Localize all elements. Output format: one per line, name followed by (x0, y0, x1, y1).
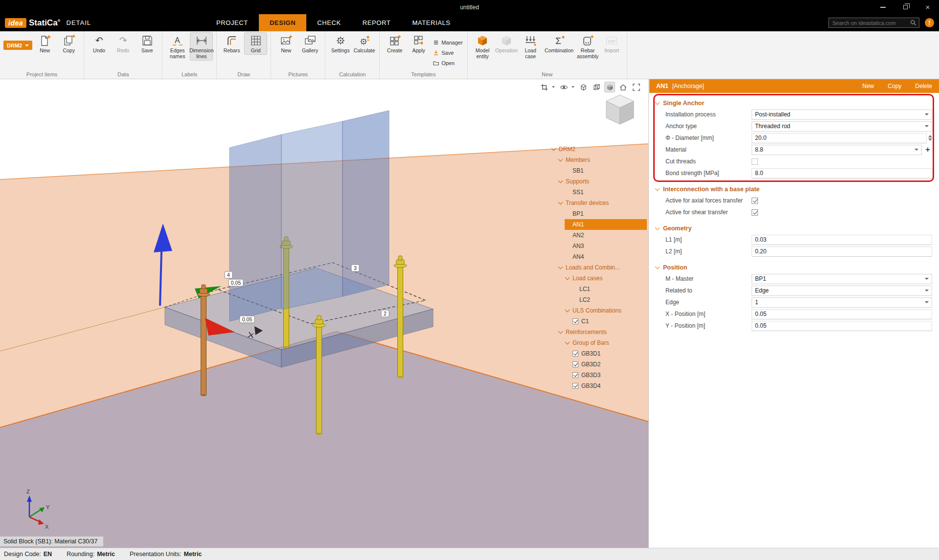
tab-report[interactable]: REPORT (352, 14, 402, 31)
new-picture-button[interactable]: New (275, 32, 298, 55)
tab-project[interactable]: PROJECT (206, 14, 259, 31)
tab-design[interactable]: DESIGN (259, 14, 306, 31)
axonometry-view-button[interactable] (578, 82, 589, 92)
tab-check[interactable]: CHECK (306, 14, 352, 31)
axial-transfer-checkbox[interactable] (752, 198, 758, 204)
tree-item-members[interactable]: Members (551, 155, 647, 165)
tree-item-group-of-bars[interactable]: Group of Bars (551, 337, 647, 348)
gallery-button[interactable]: Gallery (298, 32, 321, 55)
checkbox-checked[interactable] (573, 383, 578, 389)
section-geometry[interactable]: Geometry (649, 223, 939, 234)
edges-names-button[interactable]: A Edges names (166, 32, 189, 61)
undo-button[interactable]: ↶ Undo (88, 32, 111, 55)
redo-button[interactable]: ↷ Redo (112, 32, 135, 55)
panel-copy-button[interactable]: Copy (888, 83, 901, 90)
settings-button[interactable]: Settings (329, 32, 352, 55)
x-position-input[interactable] (752, 309, 932, 319)
maximize-button[interactable] (894, 0, 916, 14)
rebars-button[interactable]: Rebars (220, 32, 243, 55)
diameter-input[interactable] (752, 133, 927, 143)
search-input[interactable] (831, 20, 910, 26)
tree-item-an1-selected[interactable]: AN1 (565, 219, 647, 230)
grid-button[interactable]: Grid (244, 32, 267, 55)
tree-item-gb3d3[interactable]: GB3D3 (551, 370, 647, 381)
section-position[interactable]: Position (649, 262, 939, 273)
master-dropdown[interactable]: BP1 (752, 274, 932, 284)
tree-item-lc1[interactable]: LC1 (551, 284, 647, 294)
spinner-up-icon[interactable] (928, 135, 932, 137)
tree-item-ss1[interactable]: SS1 (551, 187, 647, 198)
panel-new-button[interactable]: New (862, 83, 874, 90)
copy-project-item-button[interactable]: Copy (57, 32, 80, 55)
dxf-import-button[interactable]: DXF Import (600, 32, 623, 55)
add-material-button[interactable]: + (923, 145, 932, 154)
minimize-button[interactable] (871, 0, 894, 14)
combination-button[interactable]: Σ Combination (543, 32, 575, 55)
related-to-dropdown[interactable]: Edge (752, 286, 932, 296)
section-interconnection[interactable]: Interconnection with a base plate (649, 184, 939, 195)
wireframe-view-button[interactable] (591, 82, 602, 92)
installation-process-dropdown[interactable]: Post-installed (752, 110, 932, 120)
checkbox-checked[interactable] (573, 318, 578, 324)
shear-transfer-checkbox[interactable] (752, 209, 758, 216)
tree-item-an3[interactable]: AN3 (551, 241, 647, 251)
shaded-view-button[interactable] (604, 82, 615, 92)
tree-item-transfer-devices[interactable]: Transfer devices (551, 198, 647, 208)
tree-item-an2[interactable]: AN2 (551, 230, 647, 241)
tab-materials[interactable]: MATERIALS (401, 14, 461, 31)
checkbox-checked[interactable] (573, 372, 578, 378)
close-button[interactable]: × (916, 0, 939, 14)
tree-item-reinforcements[interactable]: Reinforcements (551, 327, 647, 337)
operation-button[interactable]: Operation (495, 32, 518, 55)
tree-item-c1[interactable]: C1 (551, 316, 647, 327)
chevron-down-icon[interactable] (572, 86, 574, 88)
steel-column[interactable] (229, 111, 389, 321)
calculate-button[interactable]: Calculate (353, 32, 376, 55)
anchor-type-dropdown[interactable]: Threaded rod (752, 121, 932, 132)
tree-item-gb3d4[interactable]: GB3D4 (551, 381, 647, 391)
model-entity-button[interactable]: Model entity (471, 32, 494, 61)
template-save-button[interactable]: Save (433, 48, 462, 57)
cut-threads-checkbox[interactable] (752, 158, 758, 165)
tree-item-supports[interactable]: Supports (551, 176, 647, 187)
dimension-lines-button[interactable]: Dimension lines (190, 32, 213, 61)
l1-input[interactable] (752, 235, 932, 245)
notification-icon[interactable]: ! (925, 18, 934, 27)
create-template-button[interactable]: Create (383, 32, 406, 55)
tree-item-sb1[interactable]: SB1 (551, 165, 647, 176)
project-item-selector[interactable]: DRM2 (3, 41, 32, 50)
tree-item-drm2[interactable]: DRM2 (551, 144, 647, 155)
checkbox-checked[interactable] (573, 351, 578, 357)
y-position-input[interactable] (752, 321, 932, 331)
tree-item-gb3d1[interactable]: GB3D1 (551, 348, 647, 359)
load-case-button[interactable]: Load case (519, 32, 542, 61)
material-dropdown[interactable]: 8.8 (752, 145, 922, 155)
tree-item-uls-combinations[interactable]: ULS Combinations (551, 305, 647, 316)
template-manager-button[interactable]: Manager (433, 38, 462, 46)
diameter-spinner[interactable] (928, 135, 932, 141)
tree-item-an4[interactable]: AN4 (551, 251, 647, 262)
section-single-anchor[interactable]: Single Anchor (649, 98, 939, 109)
tree-item-loads-and-combinations[interactable]: Loads and Combin... (551, 262, 647, 273)
zoom-fit-button[interactable] (631, 82, 641, 92)
tree-item-lc2[interactable]: LC2 (551, 294, 647, 305)
checkbox-checked[interactable] (573, 361, 578, 367)
orbit-button[interactable] (558, 82, 569, 92)
panel-delete-button[interactable]: Delete (915, 83, 932, 90)
template-open-button[interactable]: Open (433, 59, 462, 67)
3d-viewport[interactable]: 4 0.05 0.05 3 2 (0, 79, 649, 548)
edge-dropdown[interactable]: 1 (752, 297, 932, 308)
spinner-down-icon[interactable] (928, 138, 932, 141)
navigation-cube[interactable] (602, 92, 638, 127)
home-view-button[interactable] (618, 82, 628, 92)
bond-strength-input[interactable] (752, 168, 932, 179)
tree-item-load-cases[interactable]: Load cases (551, 273, 647, 284)
tree-item-bp1[interactable]: BP1 (551, 208, 647, 219)
crop-view-button[interactable] (539, 82, 550, 92)
chevron-down-icon[interactable] (552, 86, 555, 88)
l2-input[interactable] (752, 246, 932, 257)
save-button[interactable]: Save (136, 32, 159, 55)
tree-item-gb3d2[interactable]: GB3D2 (551, 359, 647, 370)
new-project-item-button[interactable]: New (33, 32, 56, 55)
apply-template-button[interactable]: Apply (407, 32, 430, 55)
